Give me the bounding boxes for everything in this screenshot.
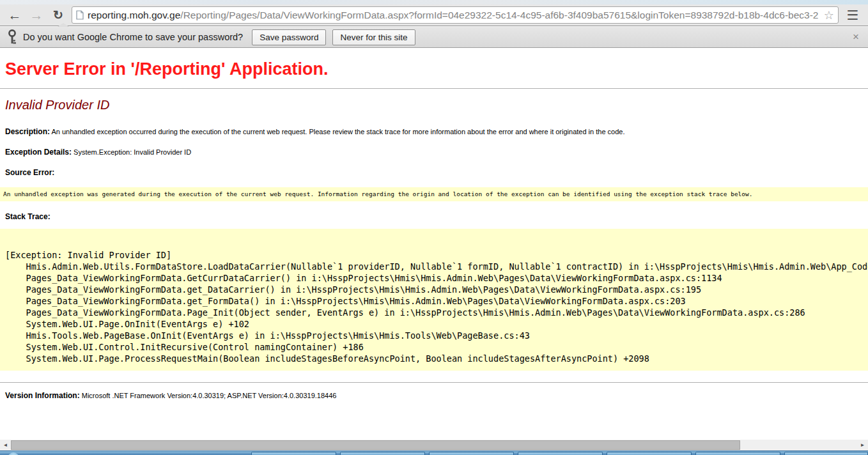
browser-window: ← → ↻ reporting.moh.gov.ge/Reporting/Pag…	[0, 0, 868, 455]
stack-trace-line: Stack Trace:	[5, 212, 863, 221]
stack-trace-entry: System.Web.UI.Page.ProcessRequestMain(Bo…	[5, 353, 868, 364]
stack-trace-entry: System.Web.UI.Control.InitRecursive(Cont…	[5, 341, 868, 353]
description-label: Description:	[5, 127, 50, 136]
active-tab-notch	[58, 23, 69, 27]
horizontal-scrollbar[interactable]: ◄ ►	[0, 440, 868, 451]
taskbar-button[interactable]	[251, 452, 336, 455]
save-password-button[interactable]: Save password	[252, 29, 326, 45]
source-error-box: An unhandled exception was generated dur…	[0, 187, 868, 201]
bookmark-star-icon[interactable]: ☆	[824, 8, 834, 22]
taskbar-button[interactable]	[695, 452, 780, 455]
reload-icon[interactable]: ↻	[50, 7, 66, 24]
stack-trace-box: [Exception: Invalid Provider ID] Hmis.Ad…	[0, 229, 868, 371]
version-information-text: Microsoft .NET Framework Version:4.0.303…	[80, 392, 337, 399]
url-text[interactable]: reporting.moh.gov.ge/Reporting/Pages/Dat…	[88, 10, 820, 21]
taskbar-button[interactable]	[784, 452, 868, 455]
exception-details-line: Exception Details: System.Exception: Inv…	[5, 147, 863, 157]
password-infobar: Do you want Google Chrome to save your p…	[0, 27, 868, 48]
key-icon	[8, 29, 17, 45]
back-icon[interactable]: ←	[6, 7, 23, 24]
windows-taskbar	[0, 451, 868, 455]
description-line: Description: An unhandled exception occu…	[5, 127, 863, 136]
browser-toolbar: ← → ↻ reporting.moh.gov.ge/Reporting/Pag…	[0, 4, 868, 26]
stack-trace-entry: Pages_Data_ViewWorkingFormData.GetCurrDa…	[5, 272, 868, 284]
source-error-text: An unhandled exception was generated dur…	[3, 190, 753, 197]
never-for-this-site-button[interactable]: Never for this site	[332, 29, 415, 45]
error-subtitle: Invalid Provider ID	[5, 97, 863, 112]
source-error-line: Source Error:	[5, 167, 863, 177]
version-information-label: Version Information:	[5, 391, 80, 400]
page-document-icon	[76, 10, 84, 20]
source-error-label: Source Error:	[5, 168, 54, 177]
infobar-message: Do you want Google Chrome to save your p…	[23, 32, 243, 42]
scrollbar-thumb[interactable]	[11, 440, 740, 450]
taskbar-button[interactable]	[340, 452, 425, 455]
page-title: Server Error in '/Reporting' Application…	[5, 59, 863, 79]
divider	[0, 88, 868, 89]
url-domain: reporting.moh.gov.ge	[88, 10, 180, 20]
stack-trace-entry: System.Web.UI.Page.OnInit(EventArgs e) +…	[5, 318, 868, 330]
stack-trace-entry: Hmis.Tools.Web.PageBase.OnInit(EventArgs…	[5, 330, 868, 341]
taskbar-button[interactable]	[607, 452, 692, 455]
taskbar-button[interactable]	[518, 452, 603, 455]
stack-trace-entry: Pages_Data_ViewWorkingFormData.Page_Init…	[5, 307, 868, 318]
taskbar-button[interactable]	[429, 452, 514, 455]
infobar-close-icon[interactable]: ×	[853, 31, 860, 43]
stack-trace-entry: Pages_Data_ViewWorkingFormData.get_DataC…	[5, 284, 868, 295]
stack-trace-entry: [Exception: Invalid Provider ID]	[5, 249, 868, 261]
chrome-menu-icon[interactable]: ☰	[844, 7, 862, 24]
stack-trace-label: Stack Trace:	[5, 212, 50, 221]
stack-trace-entry: Hmis.Admin.Web.Utils.FormDataStore.LoadD…	[5, 261, 868, 272]
error-page-content: Server Error in '/Reporting' Application…	[0, 49, 868, 440]
exception-details-text: System.Exception: Invalid Provider ID	[72, 148, 191, 156]
description-text: An unhandled exception occurred during t…	[50, 128, 624, 135]
start-button[interactable]	[8, 452, 19, 455]
scroll-left-arrow-icon[interactable]: ◄	[0, 440, 11, 451]
divider	[0, 382, 868, 383]
version-information-line: Version Information: Microsoft .NET Fram…	[5, 390, 863, 400]
forward-icon[interactable]: →	[28, 7, 45, 24]
url-path: /Reporting/Pages/Data/ViewWorkingFormDat…	[180, 10, 818, 20]
tab-strip	[0, 0, 868, 4]
exception-details-label: Exception Details:	[5, 148, 72, 157]
scroll-right-arrow-icon[interactable]: ►	[857, 440, 868, 451]
stack-trace-entry: Pages_Data_ViewWorkingFormData.get_FormD…	[5, 295, 868, 307]
address-bar[interactable]: reporting.moh.gov.ge/Reporting/Pages/Dat…	[72, 6, 839, 24]
